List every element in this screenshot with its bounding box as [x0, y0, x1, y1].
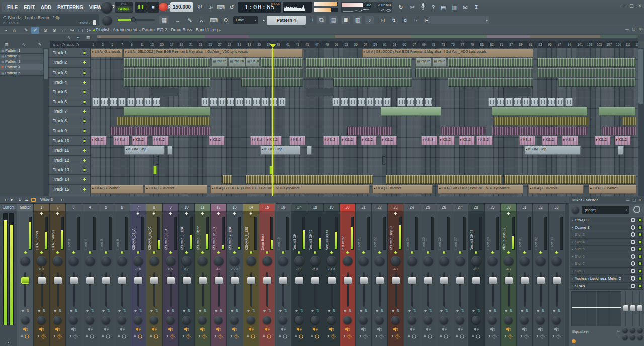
clip[interactable]: [425, 98, 432, 106]
channel-name-area[interactable]: Insert 26: [436, 216, 452, 250]
stop-button[interactable]: ■: [147, 2, 159, 13]
plugin-slot-3[interactable]: ▸Slot 3: [570, 231, 643, 239]
channel-fx-plus-icon[interactable]: [17, 211, 33, 216]
channel-name-area[interactable]: KSHMR_7_128: [227, 216, 243, 250]
slot-enable-led[interactable]: [638, 261, 642, 266]
channel-name-area[interactable]: Drum Buss: [259, 216, 275, 250]
channel-fx-plus-icon[interactable]: [404, 211, 420, 216]
clip[interactable]: [136, 127, 210, 135]
record-arm-dot[interactable]: [553, 335, 554, 337]
fader-handle[interactable]: [21, 277, 29, 284]
stereo-separation-icon[interactable]: ◂▸: [150, 308, 153, 314]
clip[interactable]: [306, 58, 412, 67]
fader-handle[interactable]: [408, 277, 416, 284]
latency-clock-icon[interactable]: [57, 332, 62, 341]
clip[interactable]: ▸ KS..2: [113, 136, 129, 145]
channel-fx-plus-icon[interactable]: ✚: [195, 211, 210, 216]
clip[interactable]: [382, 156, 385, 165]
volume-fader[interactable]: [163, 271, 178, 308]
playlist-navigator[interactable]: <: [97, 35, 638, 41]
latency-clock-icon[interactable]: [395, 332, 400, 341]
clip[interactable]: [358, 98, 365, 106]
fader-handle[interactable]: [263, 277, 271, 284]
clip[interactable]: [270, 98, 277, 106]
record-arm-dot[interactable]: [424, 335, 426, 337]
channel-routing-icon[interactable]: ⇅: [284, 308, 287, 314]
channel-name-area[interactable]: KSHMR_sic_06: [146, 216, 162, 250]
clip[interactable]: [156, 156, 159, 165]
touch-controller-icon[interactable]: ¤: [400, 16, 410, 24]
channel-routing-icon[interactable]: ⇅: [445, 308, 448, 314]
clip[interactable]: ▸ KS..3: [459, 136, 475, 145]
fader-handle[interactable]: [456, 277, 464, 284]
clip[interactable]: ▸ KS..2: [476, 136, 493, 145]
channel-name-area[interactable]: Insert 3: [66, 216, 82, 250]
pan-knob[interactable]: [85, 256, 95, 266]
record-arm-dot[interactable]: [183, 335, 184, 337]
mixer-channel-25[interactable]: 25Insert 25◂▸⇅: [420, 204, 436, 346]
channel-fx-plus-icon[interactable]: ✚: [50, 211, 65, 216]
menu-item-add[interactable]: ADD: [38, 5, 54, 10]
latency-clock-icon[interactable]: [202, 332, 207, 341]
clip[interactable]: [556, 98, 564, 106]
mixer-channel-number[interactable]: 7: [130, 204, 146, 211]
clip[interactable]: [151, 88, 179, 96]
channel-led[interactable]: [468, 250, 484, 255]
minimize-icon[interactable]: —: [620, 3, 625, 8]
maximize-icon[interactable]: ▢: [632, 27, 636, 31]
slot-mix-knob[interactable]: [631, 232, 635, 237]
record-arm-dot[interactable]: [392, 335, 393, 337]
record-arm-dot[interactable]: [295, 335, 297, 337]
slot-enable-led[interactable]: [638, 276, 642, 281]
export-render-icon[interactable]: ↧: [472, 3, 481, 11]
record-arm-dot[interactable]: [118, 335, 120, 337]
clip[interactable]: [167, 146, 172, 155]
help-icon[interactable]: ?: [429, 3, 438, 11]
pan-knob[interactable]: [359, 256, 369, 266]
volume-fader[interactable]: [50, 271, 65, 308]
clip[interactable]: ▸ Liil A ( G..ic-other: [91, 185, 143, 194]
clip[interactable]: ▸ KS..2: [152, 136, 169, 145]
record-arm-dot[interactable]: [231, 335, 232, 337]
clip[interactable]: [306, 88, 334, 96]
tempo-display[interactable]: 150.000: [170, 2, 193, 12]
menu-item-edit[interactable]: EDIT: [21, 5, 38, 10]
clip[interactable]: [375, 98, 382, 106]
latency-clock-icon[interactable]: [428, 332, 432, 341]
pause-button[interactable]: ❚❚: [135, 2, 147, 13]
channel-name-area[interactable]: Insert 25: [420, 216, 436, 250]
mixer-channel-33[interactable]: 33Insert 33◂▸⇅: [549, 204, 565, 346]
track-led[interactable]: [83, 188, 86, 191]
stereo-separation-icon[interactable]: ◂▸: [472, 308, 475, 314]
channel-name-area[interactable]: Insert 29: [485, 216, 500, 250]
volume-fader[interactable]: [130, 271, 146, 308]
overdub-icon[interactable]: ↺: [227, 3, 236, 11]
eq-width-knob-1[interactable]: [622, 334, 628, 340]
song-mode-label[interactable]: SONG: [115, 6, 133, 12]
fader-handle[interactable]: [376, 277, 384, 284]
clip[interactable]: ▸ Liil A ( G..ic-other: [528, 185, 584, 194]
channel-fx-plus-icon[interactable]: [307, 211, 323, 216]
clip[interactable]: ▸ Liil A ( GBLOODZ ) Feat BOB..I Got You…: [210, 185, 370, 194]
clip[interactable]: ▸ KS..3: [266, 136, 282, 145]
stereo-sep-knob[interactable]: [21, 316, 30, 324]
channel-led[interactable]: [452, 250, 468, 255]
stereo-sep-knob[interactable]: [375, 316, 384, 324]
channel-name-area[interactable]: Insert 24: [404, 216, 420, 250]
stereo-sep-knob[interactable]: [472, 316, 480, 324]
channel-name-area[interactable]: Insert 21: [356, 216, 371, 250]
mixer-channel-9[interactable]: 9✚KSHMR_03_A0.6◂▸⇅: [163, 204, 179, 346]
mixer-channel-20[interactable]: 20Inst verse◂▸⇅: [340, 204, 356, 346]
grid-view-icon[interactable]: ▥: [84, 34, 93, 41]
stereo-sep-knob[interactable]: [37, 316, 46, 324]
mixer-send-icon[interactable]: ➤: [8, 196, 15, 204]
channel-name-area[interactable]: Inst verse: [340, 216, 355, 250]
fader-handle[interactable]: [183, 277, 191, 284]
clip[interactable]: ▸ KS..3: [209, 136, 225, 145]
channel-led[interactable]: [211, 250, 226, 255]
latency-clock-icon[interactable]: [524, 332, 529, 341]
mixer-channel-26[interactable]: 26Insert 26◂▸⇅: [436, 204, 452, 346]
pan-knob[interactable]: [455, 256, 465, 266]
plugin-slot-6[interactable]: ▸Slot 6: [570, 253, 643, 261]
pan-knob[interactable]: [504, 256, 514, 266]
